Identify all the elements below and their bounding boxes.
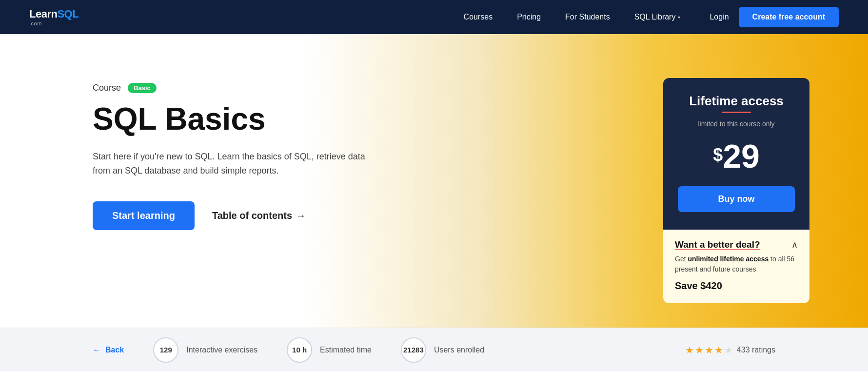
create-account-button[interactable]: Create free account	[739, 7, 839, 27]
stat-users: 21283 Users enrolled	[401, 337, 484, 363]
better-deal-title: Want a better deal?	[675, 239, 760, 250]
users-count: 21283	[401, 337, 426, 363]
course-description: Start here if you're new to SQL. Learn t…	[93, 150, 366, 178]
pricing-card: Lifetime access limited to this course o…	[663, 78, 809, 303]
star-4: ★	[714, 344, 723, 356]
arrow-right-icon: →	[296, 210, 306, 221]
nav-pricing[interactable]: Pricing	[517, 13, 541, 21]
star-rating: ★ ★ ★ ★ ★	[685, 344, 733, 356]
pricing-subtitle: limited to this course only	[678, 120, 795, 128]
stat-time: 10 h Estimated time	[287, 337, 372, 363]
time-count: 10 h	[287, 337, 312, 363]
pricing-title: Lifetime access	[678, 94, 795, 109]
back-button[interactable]: ← Back	[93, 346, 124, 354]
start-learning-button[interactable]: Start learning	[93, 201, 195, 230]
logo[interactable]: LearnSQL .com	[29, 8, 79, 26]
exercises-label: Interactive exercises	[186, 346, 257, 354]
hero-content: Course Basic SQL Basics Start here if yo…	[93, 73, 366, 230]
exercises-count: 129	[153, 337, 178, 363]
ratings-count: 433 ratings	[737, 346, 775, 354]
table-of-contents-link[interactable]: Table of contents →	[212, 210, 306, 221]
course-label-row: Course Basic	[93, 83, 366, 93]
time-label: Estimated time	[320, 346, 372, 354]
deal-save-amount: Save $420	[675, 280, 798, 292]
better-deal-header: Want a better deal? ∧	[675, 239, 798, 250]
users-label: Users enrolled	[434, 346, 484, 354]
logo-com: .com	[29, 20, 79, 26]
nav-for-students[interactable]: For Students	[565, 13, 610, 21]
navbar: LearnSQL .com Courses Pricing For Studen…	[0, 0, 868, 34]
star-2: ★	[695, 344, 704, 356]
pricing-price: $29	[678, 139, 795, 173]
better-deal-description: Get unlimited lifetime access to all 56 …	[675, 254, 798, 274]
course-label: Course	[93, 83, 121, 93]
nav-login[interactable]: Login	[710, 13, 729, 21]
course-title: SQL Basics	[93, 102, 366, 136]
hero-actions: Start learning Table of contents →	[93, 201, 366, 230]
pricing-card-top: Lifetime access limited to this course o…	[663, 78, 809, 230]
star-5: ★	[724, 344, 733, 356]
buy-now-button[interactable]: Buy now	[678, 186, 795, 212]
stats-bar: ← Back 129 Interactive exercises 10 h Es…	[0, 328, 868, 371]
chevron-up-icon[interactable]: ∧	[791, 239, 798, 250]
arrow-left-icon: ←	[93, 346, 100, 354]
star-3: ★	[705, 344, 713, 356]
logo-text: LearnSQL	[29, 8, 79, 20]
better-deal-card: Want a better deal? ∧ Get unlimited life…	[663, 230, 809, 303]
ratings-area: ★ ★ ★ ★ ★ 433 ratings	[685, 344, 775, 356]
nav-sql-library[interactable]: SQL Library ▾	[634, 13, 681, 21]
nav-links: Courses Pricing For Students SQL Library…	[464, 13, 681, 21]
basic-badge: Basic	[128, 83, 157, 93]
hero-section: Course Basic SQL Basics Start here if yo…	[0, 34, 868, 328]
nav-courses[interactable]: Courses	[464, 13, 493, 21]
chevron-down-icon: ▾	[678, 15, 680, 20]
stat-exercises: 129 Interactive exercises	[153, 337, 257, 363]
price-symbol: $	[713, 146, 723, 164]
pricing-underline	[722, 112, 751, 113]
star-1: ★	[685, 344, 694, 356]
